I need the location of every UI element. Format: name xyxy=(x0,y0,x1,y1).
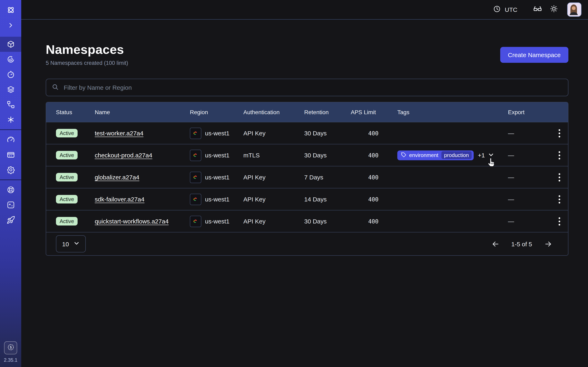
aps-limit-cell: 400 xyxy=(351,174,397,180)
namespace-link[interactable]: sdk-failover.a27a4 xyxy=(95,196,145,203)
lifebuoy-icon xyxy=(6,185,15,194)
credit-card-icon xyxy=(6,150,15,159)
namespace-link[interactable]: quickstart-workflows.a27a4 xyxy=(95,218,169,225)
labs-glasses-button[interactable] xyxy=(530,3,544,17)
status-badge: Active xyxy=(56,129,78,137)
sidebar-item-billing[interactable] xyxy=(0,147,21,162)
sidebar-expand-button[interactable] xyxy=(0,17,21,33)
row-menu-button[interactable] xyxy=(554,173,565,181)
app-version: 2.35.1 xyxy=(4,357,17,363)
tag-chip[interactable]: environment production xyxy=(397,150,474,160)
gear-icon xyxy=(6,166,15,174)
sidebar-item-workflows[interactable] xyxy=(0,52,21,67)
status-badge: Active xyxy=(56,151,78,159)
tag-value: production xyxy=(441,151,472,159)
timezone-selector[interactable]: UTC xyxy=(493,5,517,14)
table-row: Active quickstart-workflows.a27a4 us-wes… xyxy=(46,210,568,232)
col-status: Status xyxy=(56,109,95,115)
google-cloud-icon xyxy=(190,150,201,161)
namespace-link[interactable]: test-worker.a27a4 xyxy=(95,130,143,137)
table-row: Active globalizer.a27a4 us-west1 API Key… xyxy=(46,166,568,188)
region-label: us-west1 xyxy=(205,130,229,137)
theme-toggle-button[interactable] xyxy=(547,3,561,17)
region-label: us-west1 xyxy=(205,218,229,225)
tags-expand-button[interactable]: +1 xyxy=(478,151,494,159)
pricing-badge-button[interactable]: $ xyxy=(4,341,17,354)
row-menu-button[interactable] xyxy=(554,195,565,203)
retention-cell: 7 Days xyxy=(304,174,351,181)
page-size-value: 10 xyxy=(62,240,69,247)
user-avatar[interactable] xyxy=(567,2,581,17)
svg-text:$: $ xyxy=(9,345,12,349)
aps-limit-cell: 400 xyxy=(351,196,397,202)
col-retention: Retention xyxy=(304,109,351,115)
region-label: us-west1 xyxy=(205,196,229,203)
topbar: UTC xyxy=(21,0,588,20)
export-cell: — xyxy=(508,152,550,159)
asterisk-icon xyxy=(6,115,15,124)
rocket-icon xyxy=(6,216,15,224)
chevron-down-icon xyxy=(488,151,494,159)
export-cell: — xyxy=(508,196,550,203)
export-cell: — xyxy=(508,218,550,225)
app-root: $ 2.35.1 UTC xyxy=(0,0,588,367)
sidebar-item-nexus[interactable] xyxy=(0,97,21,112)
table-pagination: 10 1-5 of 5 xyxy=(46,232,568,255)
aps-limit-cell: 400 xyxy=(351,130,397,136)
cube-icon xyxy=(6,40,15,49)
sidebar-item-settings[interactable] xyxy=(0,162,21,177)
sun-icon xyxy=(549,4,558,15)
prev-page-button[interactable] xyxy=(490,239,501,249)
export-cell: — xyxy=(508,174,550,181)
status-badge: Active xyxy=(56,217,78,225)
filter-input[interactable] xyxy=(63,83,563,91)
namespaces-table: Status Name Region Authentication Retent… xyxy=(46,102,568,256)
table-header-row: Status Name Region Authentication Retent… xyxy=(46,102,568,122)
spiral-icon xyxy=(6,55,15,64)
next-page-button[interactable] xyxy=(543,239,553,249)
retention-cell: 30 Days xyxy=(304,152,351,159)
namespace-link[interactable]: globalizer.a27a4 xyxy=(95,174,139,181)
sidebar-item-support[interactable] xyxy=(0,182,21,197)
table-row: Active test-worker.a27a4 us-west1 API Ke… xyxy=(46,122,568,144)
page-title: Namespaces xyxy=(46,42,568,57)
gauge-icon xyxy=(6,135,15,144)
region-label: us-west1 xyxy=(205,174,229,181)
row-menu-button[interactable] xyxy=(554,151,565,159)
create-namespace-button[interactable]: Create Namespace xyxy=(500,47,568,63)
auth-cell: API Key xyxy=(243,218,304,225)
search-icon xyxy=(52,83,59,92)
namespace-count-subtitle: 5 Namespaces created (100 limit) xyxy=(46,60,568,66)
google-cloud-icon xyxy=(190,171,201,183)
pagination-range: 1-5 of 5 xyxy=(511,240,532,247)
sidebar-item-namespaces[interactable] xyxy=(0,37,21,52)
main-content: Namespaces 5 Namespaces created (100 lim… xyxy=(21,20,588,367)
row-menu-button[interactable] xyxy=(554,217,565,225)
tag-icon xyxy=(401,152,406,158)
namespace-link[interactable]: checkout-prod.a27a4 xyxy=(95,152,152,159)
google-cloud-icon xyxy=(190,127,201,139)
aps-limit-cell: 400 xyxy=(351,218,397,225)
col-authentication: Authentication xyxy=(243,109,304,115)
filter-bar[interactable] xyxy=(46,79,568,96)
google-cloud-icon xyxy=(190,193,201,205)
sidebar-item-batch[interactable] xyxy=(0,112,21,127)
page-size-select[interactable]: 10 xyxy=(56,235,86,252)
sidebar: $ 2.35.1 xyxy=(0,0,21,367)
row-menu-button[interactable] xyxy=(554,129,565,137)
col-tags: Tags xyxy=(397,109,508,115)
workflow-branch-icon xyxy=(6,100,15,109)
sidebar-item-usage[interactable] xyxy=(0,132,21,147)
sparkle-box-icon xyxy=(6,201,15,209)
timezone-label: UTC xyxy=(505,6,517,13)
tags-cell: environment production +1 xyxy=(397,150,508,160)
sidebar-item-schedules[interactable] xyxy=(0,67,21,82)
table-row: Active sdk-failover.a27a4 us-west1 API K… xyxy=(46,188,568,210)
auth-cell: mTLS xyxy=(243,152,304,159)
sidebar-item-feedback[interactable] xyxy=(0,197,21,212)
retention-cell: 14 Days xyxy=(304,196,351,203)
clock-icon xyxy=(493,5,501,14)
sidebar-item-deployments[interactable] xyxy=(0,82,21,97)
sidebar-item-getting-started[interactable] xyxy=(0,212,21,227)
temporal-logo-icon[interactable] xyxy=(0,2,21,17)
